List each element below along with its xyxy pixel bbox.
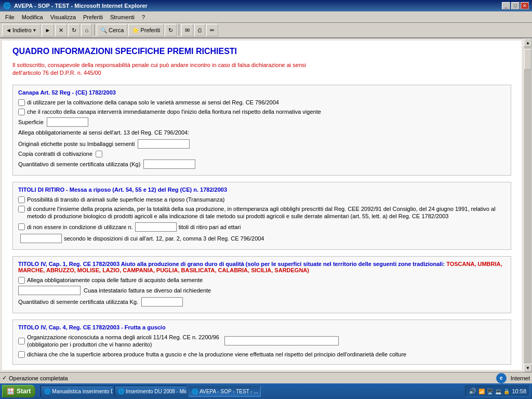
zone-label: Internet <box>511 375 530 381</box>
contratti-row: Copia contratti di coltivazione <box>18 151 506 157</box>
semente-input[interactable] <box>143 159 195 169</box>
taskbar-separator <box>37 386 38 396</box>
menu-strumenti[interactable]: Strumenti <box>107 13 138 21</box>
taskbar-item-inserimento[interactable]: 🌐 Inserimento DU 2008 - Mic... <box>114 385 187 397</box>
edit-icon: ✏ <box>210 27 215 34</box>
menu-help[interactable]: ? <box>139 13 148 21</box>
menu-preferiti[interactable]: Preferiti <box>80 13 106 21</box>
forward-button[interactable]: ► <box>42 24 55 36</box>
contratti-check[interactable] <box>96 151 102 157</box>
title-bar: 🌐 AVEPA - SOP - TEST - Microsoft Interne… <box>0 0 532 11</box>
search-icon: 🔍 <box>100 27 108 34</box>
etichette-label: Originali etichette poste su Imballaggi … <box>18 141 135 147</box>
main-wrapper: QUADRO INFORMAZIONI SPECIFICHE PREMI RIC… <box>0 38 532 372</box>
system-tray: 🔊 📶 🖥️ 💻 🔒 10:58 <box>465 385 530 397</box>
tray-icon-4: 💻 <box>495 389 501 394</box>
section-canapa: Canapa Art. 52 Reg - (CE) 1782/2003 di u… <box>12 85 511 176</box>
biologico-label: di condurre l'insieme della propria azie… <box>27 205 506 220</box>
print-icon: ⎙ <box>198 27 202 33</box>
tray-icon-1: 🔊 <box>469 388 476 395</box>
menu-modifica[interactable]: Modifica <box>19 13 46 21</box>
mail-button[interactable]: ✉ <box>181 24 193 36</box>
superficie-input[interactable] <box>47 117 88 127</box>
non-essere-prefix: di non essere in condizione di utilizzar… <box>27 224 133 230</box>
canapa-check-2-label: che il raccolto della canapa interverrà … <box>27 108 321 115</box>
subtitle-line2: dell'articolo 76 del D.P.R. n. 445/00 <box>12 70 101 76</box>
stop-button[interactable]: ✕ <box>55 24 67 36</box>
semente-kg-input[interactable] <box>141 297 183 307</box>
semente-label: Quantitativo di semente certificata util… <box>18 161 140 167</box>
fatture-row: Allega obbligatoriamente copia delle fat… <box>18 276 506 284</box>
superficie-label: Superficie <box>18 119 44 125</box>
home-icon: ⌂ <box>85 27 88 33</box>
start-button[interactable]: 🪟 Start <box>2 385 35 397</box>
window-title: AVEPA - SOP - TEST - Microsoft Internet … <box>14 3 148 9</box>
tray-icon-2: 📶 <box>478 389 485 394</box>
dichiara-check[interactable] <box>18 351 25 358</box>
clock: 10:58 <box>512 388 526 394</box>
etichette-row: Originali etichette poste su Imballaggi … <box>18 139 506 149</box>
titoli-n-input[interactable] <box>135 222 177 232</box>
star-icon: ⭐ <box>132 27 139 34</box>
edit-button[interactable]: ✏ <box>206 24 218 36</box>
taskbar-item-avepa[interactable]: 🌐 AVEPA - SOP - TEST - ... <box>188 385 261 397</box>
fatture-check[interactable] <box>18 277 25 284</box>
cuaa-row: Cuaa intestatario fattura se diverso dal… <box>18 286 506 295</box>
minimize-button[interactable]: _ <box>502 2 510 9</box>
non-essere-check[interactable] <box>18 223 25 230</box>
cuaa-label: Cuaa intestatario fattura se diverso dal… <box>84 287 211 294</box>
menu-bar: File Modifica Visualizza Preferiti Strum… <box>0 11 532 23</box>
search-button[interactable]: 🔍 Cerca <box>97 24 127 36</box>
window-controls: _ □ ✕ <box>502 2 529 9</box>
organizzazione-label: Organizzazione riconosciuta a norma degl… <box>27 334 219 349</box>
page-subtitle: Il sottoscritto, consapevole della respo… <box>12 61 511 77</box>
taskbar-item-manualistica[interactable]: 🌐 Manualistica inserimento DU <box>41 385 113 397</box>
transumanza-row: Possibilità di transito di animali sulle… <box>18 196 506 203</box>
transumanza-label: Possibilità di transito di animali sulle… <box>27 196 224 203</box>
content-area: QUADRO INFORMAZIONI SPECIFICHE PREMI RIC… <box>2 41 522 370</box>
scrollbar-thumb[interactable] <box>524 49 531 70</box>
section-canapa-title: Canapa Art. 52 Reg - (CE) 1782/2003 <box>18 89 506 96</box>
ettari-input[interactable] <box>20 234 62 243</box>
biologico-check[interactable] <box>18 206 25 212</box>
etichette-input[interactable] <box>138 139 190 149</box>
window-icon: 🌐 <box>3 2 11 9</box>
section-titolo4-cap4: TITOLO IV, Cap. 4, Reg. CE 1782/2003 - F… <box>12 320 511 365</box>
scroll-up-button[interactable]: ▲ <box>524 38 532 47</box>
section-titolo4-cap1: TITOLO IV, Cap. 1, Reg. CE 1782/2003 Aiu… <box>12 256 511 313</box>
back-button[interactable]: ◄ Indietro ▼ <box>2 24 41 36</box>
contratti-label: Copia contratti di coltivazione <box>18 151 92 157</box>
cuaa-input[interactable] <box>18 286 81 295</box>
organizzazione-input[interactable] <box>224 336 339 345</box>
favorites-button[interactable]: ⭐ Preferiti <box>128 24 164 36</box>
home-button[interactable]: ⌂ <box>81 24 92 36</box>
fatture-label: Allega obbligatoriamente copia delle fat… <box>27 276 203 284</box>
canapa-check-2[interactable] <box>18 109 25 115</box>
ie-taskbar-icon-1: 🌐 <box>44 389 50 394</box>
biologico-row: di condurre l'insieme della propria azie… <box>18 205 506 220</box>
menu-file[interactable]: File <box>2 13 18 21</box>
transumanza-check[interactable] <box>18 196 25 203</box>
history-icon: ↻ <box>168 27 173 34</box>
close-button[interactable]: ✕ <box>521 2 529 9</box>
status-left: ✓ Operazione completata <box>2 375 68 381</box>
canapa-checkbox-2: che il raccolto della canapa interverrà … <box>18 108 506 115</box>
toolbar: ◄ Indietro ▼ ► ✕ ↻ ⌂ 🔍 Cerca ⭐ Preferiti… <box>0 23 532 38</box>
superficie-row: Superficie <box>18 117 506 127</box>
tray-icon-3: 🖥️ <box>487 389 493 394</box>
dropdown-icon: ▼ <box>33 28 37 33</box>
organizzazione-check[interactable] <box>18 338 25 344</box>
scroll-down-button[interactable]: ▼ <box>524 364 532 372</box>
maximize-button[interactable]: □ <box>511 2 520 9</box>
status-right: e Internet <box>496 373 530 383</box>
toolbar-separator-2 <box>179 24 179 36</box>
print-button[interactable]: ⎙ <box>194 24 205 36</box>
canapa-check-1[interactable] <box>18 99 25 106</box>
vertical-scrollbar[interactable]: ▲ ▼ <box>524 38 532 372</box>
titoli-suffix: titoli di ritiro pari ad ettari <box>179 224 241 230</box>
history-button[interactable]: ↻ <box>165 24 177 36</box>
refresh-button[interactable]: ↻ <box>68 24 80 36</box>
semente-kg-row: Quantitativo di semente certificata util… <box>18 297 506 307</box>
subtitle-line1: Il sottoscritto, consapevole della respo… <box>12 62 306 68</box>
menu-visualizza[interactable]: Visualizza <box>47 13 79 21</box>
